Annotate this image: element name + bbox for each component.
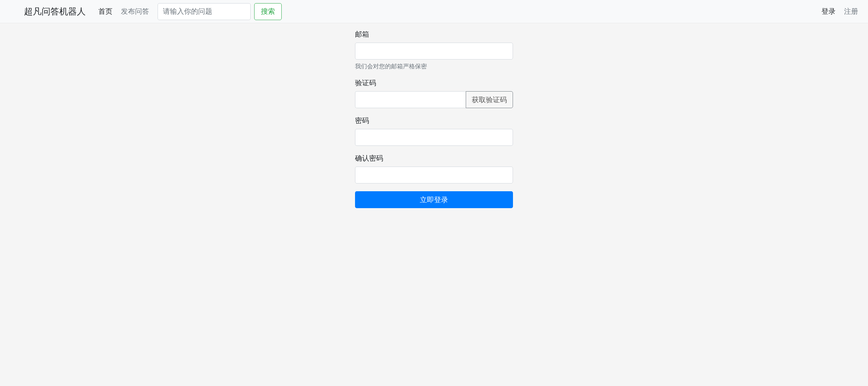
search-button[interactable]: 搜索 [254, 3, 282, 20]
form-group-password: 密码 [355, 116, 513, 146]
nav-link-login[interactable]: 登录 [817, 4, 840, 19]
form-group-email: 邮箱 我们会对您的邮箱严格保密 [355, 30, 513, 70]
nav-links-right: 登录 注册 [817, 4, 862, 19]
form-group-confirm-password: 确认密码 [355, 154, 513, 183]
register-form: 邮箱 我们会对您的邮箱严格保密 验证码 获取验证码 密码 确认密码 立即登录 [355, 30, 513, 208]
password-input[interactable] [355, 129, 513, 146]
email-label: 邮箱 [355, 30, 513, 39]
captcha-label: 验证码 [355, 78, 513, 88]
email-input[interactable] [355, 43, 513, 60]
form-group-captcha: 验证码 获取验证码 [355, 78, 513, 108]
captcha-input[interactable] [355, 91, 466, 108]
confirm-password-input[interactable] [355, 167, 513, 183]
search-form: 搜索 [158, 3, 282, 20]
get-captcha-button[interactable]: 获取验证码 [466, 91, 513, 108]
email-help-text: 我们会对您的邮箱严格保密 [355, 62, 513, 70]
password-label: 密码 [355, 116, 513, 125]
navbar: 超凡问答机器人 首页 发布问答 搜索 登录 注册 [0, 0, 868, 23]
submit-button[interactable]: 立即登录 [355, 191, 513, 208]
captcha-input-group: 获取验证码 [355, 91, 513, 108]
main-content: 邮箱 我们会对您的邮箱严格保密 验证码 获取验证码 密码 确认密码 立即登录 [0, 23, 868, 208]
brand-title[interactable]: 超凡问答机器人 [24, 3, 86, 20]
nav-link-register[interactable]: 注册 [840, 4, 862, 19]
search-input[interactable] [158, 3, 251, 20]
confirm-password-label: 确认密码 [355, 154, 513, 163]
nav-links-left: 首页 发布问答 [94, 4, 153, 19]
nav-link-post[interactable]: 发布问答 [117, 4, 153, 19]
nav-link-home[interactable]: 首页 [94, 4, 117, 19]
